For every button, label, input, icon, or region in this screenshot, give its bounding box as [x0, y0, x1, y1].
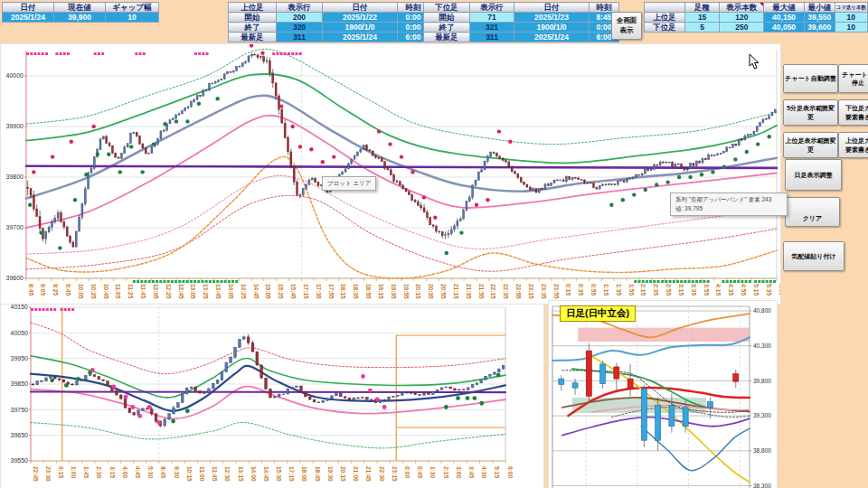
svg-text:23:35: 23:35 [541, 284, 547, 299]
svg-text:2:15: 2:15 [640, 284, 646, 296]
chart-auto-adjust[interactable]: チャート自動調整 [783, 64, 838, 93]
svg-text:23:15: 23:15 [528, 284, 534, 299]
row-label: 下位足 [645, 23, 685, 33]
quote-paste[interactable]: 気配値貼り付け [783, 241, 844, 271]
svg-text:40150: 40150 [11, 305, 29, 310]
svg-text:4:45: 4:45 [135, 466, 141, 478]
col-header: 最大値 [764, 3, 805, 13]
svg-text:40,300: 40,300 [753, 343, 771, 349]
m5-display-range[interactable]: 5分足表示範囲変更 [783, 99, 838, 126]
value-cell: 311 [470, 33, 514, 42]
svg-text:14:05: 14:05 [228, 284, 234, 299]
svg-text:12:30: 12:30 [224, 466, 231, 482]
svg-text:8:45: 8:45 [160, 466, 166, 478]
chart-auto-adjust-stop[interactable]: チャート自 停止 [838, 64, 868, 93]
lower-guide-rewrite[interactable]: 下位足ガ 要素書き [838, 99, 868, 126]
mouse-cursor [749, 54, 761, 70]
svg-text:17:15: 17:15 [303, 284, 309, 299]
svg-text:39750: 39750 [11, 407, 29, 413]
daily-chart-canvas[interactable]: 40,80040,30039,80039,30038,80038,30037,8… [549, 301, 777, 488]
svg-text:5:30: 5:30 [147, 466, 154, 478]
value-cell: 1900/1/0 [323, 23, 398, 33]
col-header: 時刻 [590, 3, 619, 13]
row-label: 最新足 [229, 33, 277, 42]
svg-text:39550: 39550 [11, 457, 29, 464]
svg-text:38,300: 38,300 [753, 483, 771, 488]
value-cell: 40,050 [764, 23, 805, 33]
svg-text:14:45: 14:45 [263, 466, 269, 482]
svg-text:23:15: 23:15 [392, 466, 398, 482]
svg-text:1:15: 1:15 [603, 284, 609, 296]
svg-text:19:15: 19:15 [378, 284, 384, 299]
value-cell: 10 [835, 13, 867, 23]
svg-text:39700: 39700 [6, 224, 24, 230]
lower-timeframe-table: 下位足表示行日付時刻開始712025/1/238:45終了3211900/1/0… [423, 2, 619, 42]
svg-text:10:45: 10:45 [103, 284, 109, 299]
svg-text:20:55: 20:55 [440, 284, 447, 299]
bar-settings-table: 足種表示本数最大値最小値コマ送り本数上位足1512040,15039,55010… [644, 2, 868, 33]
svg-text:0:35: 0:35 [578, 284, 584, 296]
svg-text:0:45: 0:45 [417, 466, 423, 478]
svg-text:40050: 40050 [11, 330, 29, 336]
daily-chart[interactable]: 40,80040,30039,80039,30038,80038,30037,8… [548, 300, 778, 488]
svg-text:5:15: 5:15 [494, 466, 500, 478]
value-cell: 120 [720, 13, 764, 23]
svg-text:14:45: 14:45 [253, 284, 259, 299]
svg-text:39850: 39850 [11, 380, 29, 387]
svg-text:18:45: 18:45 [315, 466, 321, 482]
row-label: 開始 [424, 13, 470, 23]
svg-text:14:00: 14:00 [250, 466, 257, 482]
svg-text:17:35: 17:35 [316, 284, 322, 299]
daily-display-adjust[interactable]: 日足表示調整 [785, 159, 842, 191]
value-cell: 10 [106, 13, 159, 23]
svg-text:0:15: 0:15 [565, 284, 571, 296]
svg-text:11:05: 11:05 [115, 284, 121, 299]
row-label: 終了 [229, 23, 277, 33]
value-cell: 39,900 [54, 13, 106, 23]
svg-text:17:55: 17:55 [328, 284, 335, 299]
svg-text:0:55: 0:55 [590, 284, 597, 296]
series-tooltip-line2: 値: 39,795 [675, 204, 782, 213]
svg-text:22:55: 22:55 [515, 284, 522, 299]
svg-text:13:15: 13:15 [238, 466, 244, 482]
row-label: 終了 [424, 23, 470, 33]
upper-display-range[interactable]: 上位足表示範囲変更 [783, 132, 838, 158]
value-cell: 2025/1/24 [3, 13, 54, 23]
value-cell: 5 [685, 23, 720, 33]
app-window: 40000399003980039700396008:459:059:259:4… [0, 0, 868, 488]
svg-text:9:45: 9:45 [65, 284, 71, 296]
svg-text:21:15: 21:15 [453, 284, 459, 299]
svg-text:3:55: 3:55 [703, 284, 710, 296]
svg-text:3:35: 3:35 [691, 284, 697, 296]
svg-text:11:00: 11:00 [199, 466, 205, 482]
upper-guide-rewrite[interactable]: 上位足ガ 要素書き [838, 132, 868, 158]
col-header: 表示行 [277, 3, 323, 13]
value-cell: 39,600 [804, 23, 835, 33]
fullscreen-button[interactable]: 全画面 表示 [611, 12, 642, 40]
main-5min-chart[interactable]: 40000399003980039700396008:459:059:259:4… [0, 43, 781, 305]
svg-text:2:15: 2:15 [443, 466, 449, 478]
value-cell: 40,150 [764, 13, 805, 23]
col-header: 表示行 [470, 3, 514, 13]
svg-text:0:00: 0:00 [404, 466, 410, 478]
svg-text:40,800: 40,800 [753, 307, 771, 314]
value-cell: 2025/1/23 [514, 13, 590, 23]
svg-text:9:05: 9:05 [40, 284, 46, 296]
svg-text:9:30: 9:30 [174, 466, 180, 478]
plot-area-tooltip: プロット エリア [322, 176, 376, 191]
upper-timeframe-table: 上位足表示行日付時刻開始2002025/1/220:00終了3201900/1/… [228, 2, 429, 42]
svg-text:11:45: 11:45 [140, 284, 146, 299]
svg-text:15:05: 15:05 [265, 284, 271, 299]
svg-text:4:35: 4:35 [728, 284, 734, 296]
group-header: 上位足 [229, 3, 277, 13]
upper-timeframe-chart[interactable]: 4015040050399503985039750396503955022:45… [0, 304, 544, 488]
svg-text:0:15: 0:15 [58, 466, 64, 478]
value-cell: 311 [277, 33, 323, 42]
col-header: ギャップ幅 [106, 3, 159, 13]
upper-timeframe-canvas[interactable]: 4015040050399503985039750396503955022:45… [1, 305, 543, 488]
svg-text:39800: 39800 [6, 174, 24, 180]
svg-text:11:25: 11:25 [127, 284, 134, 299]
main-chart-canvas[interactable]: 40000399003980039700396008:459:059:259:4… [1, 44, 780, 304]
clear-button[interactable]: クリア [785, 197, 840, 227]
svg-text:2:30: 2:30 [96, 466, 102, 478]
